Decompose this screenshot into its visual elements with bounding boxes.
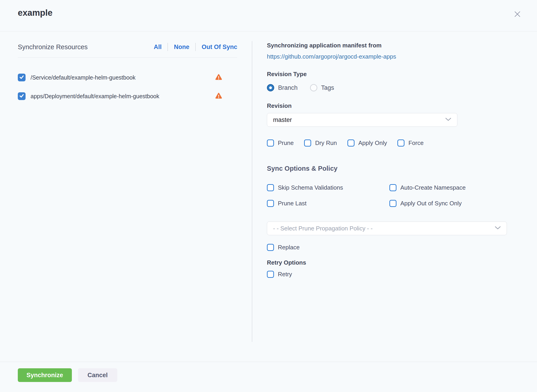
apply-only-label: Apply Only: [358, 140, 387, 147]
resource-row: apps/Deployment/default/example-helm-gue…: [18, 92, 237, 100]
retry-row: Retry: [267, 271, 531, 278]
resource-checkbox[interactable]: [18, 92, 26, 100]
apply-only-option[interactable]: Apply Only: [347, 140, 387, 147]
revision-type-label: Revision Type: [267, 71, 531, 78]
cancel-button[interactable]: Cancel: [78, 368, 118, 382]
tags-radio-label: Tags: [321, 84, 334, 91]
resources-panel: Synchronize Resources All None Out Of Sy…: [18, 32, 237, 362]
resources-heading: Synchronize Resources: [18, 43, 88, 51]
tags-radio[interactable]: [310, 84, 317, 91]
manifest-source-label: Synchronizing application manifest from: [267, 42, 531, 49]
checkmark-icon: [390, 185, 395, 191]
checkmark-icon: [268, 271, 273, 277]
sync-options-panel: Synchronizing application manifest from …: [267, 32, 537, 362]
prune-propagation-policy-placeholder: - - Select Prune Propagation Policy - -: [273, 225, 372, 232]
replace-option[interactable]: Replace: [267, 244, 531, 251]
retry-options-heading: Retry Options: [267, 259, 531, 266]
resource-checkbox[interactable]: [18, 74, 26, 81]
skip-schema-validations-label: Skip Schema Validations: [278, 184, 343, 191]
close-button[interactable]: [512, 9, 523, 20]
resource-filters: All None Out Of Sync: [154, 43, 237, 51]
chevron-down-icon: [495, 226, 501, 231]
skip-schema-validations-option[interactable]: Skip Schema Validations: [267, 184, 390, 191]
branch-radio-label: Branch: [278, 84, 298, 91]
revision-select[interactable]: master: [267, 113, 457, 127]
revision-type-group: Branch Tags: [267, 84, 531, 91]
filter-none-link[interactable]: None: [174, 43, 189, 51]
resource-status: [215, 74, 237, 81]
apply-only-checkbox[interactable]: [347, 140, 355, 147]
warning-icon: [215, 93, 222, 100]
checkmark-icon: [19, 93, 24, 99]
branch-radio[interactable]: [267, 84, 274, 91]
filter-all-link[interactable]: All: [154, 43, 162, 51]
auto-create-namespace-option[interactable]: Auto-Create Namespace: [390, 184, 531, 191]
retry-label: Retry: [278, 271, 292, 278]
prune-last-checkbox[interactable]: [267, 200, 274, 207]
checkmark-icon: [305, 140, 310, 146]
retry-checkbox[interactable]: [267, 271, 274, 278]
prune-checkbox[interactable]: [267, 140, 274, 147]
force-checkbox[interactable]: [397, 140, 404, 147]
checkmark-icon: [268, 245, 273, 251]
force-label: Force: [408, 140, 423, 147]
checkmark-icon: [268, 185, 273, 191]
synchronize-button[interactable]: Synchronize: [18, 368, 72, 382]
apply-out-of-sync-only-checkbox[interactable]: [390, 200, 396, 207]
dialog-header: example: [0, 0, 537, 32]
prune-propagation-policy-select[interactable]: - - Select Prune Propagation Policy - -: [267, 222, 507, 235]
auto-create-namespace-label: Auto-Create Namespace: [400, 184, 466, 191]
prune-label: Prune: [278, 140, 294, 147]
dialog-footer: Synchronize Cancel: [0, 362, 537, 392]
checkmark-icon: [19, 74, 24, 81]
filter-out-of-sync-link[interactable]: Out Of Sync: [202, 43, 237, 51]
dry-run-checkbox[interactable]: [304, 140, 311, 147]
dialog-content: Synchronize Resources All None Out Of Sy…: [0, 32, 537, 362]
auto-create-namespace-checkbox[interactable]: [390, 184, 396, 191]
replace-label: Replace: [278, 244, 299, 251]
checkmark-icon: [268, 201, 273, 206]
page-title: example: [18, 8, 52, 18]
warning-icon: [215, 74, 222, 81]
radio-option-tags[interactable]: Tags: [310, 84, 334, 91]
replace-row: Replace: [267, 244, 531, 251]
checkmark-icon: [348, 140, 353, 146]
filter-separator: [195, 43, 196, 51]
apply-out-of-sync-only-label: Apply Out of Sync Only: [400, 200, 462, 207]
sync-dialog: example Synchronize Resources All None O…: [0, 0, 537, 392]
revision-label: Revision: [267, 102, 531, 109]
resources-header: Synchronize Resources All None Out Of Sy…: [18, 43, 237, 58]
retry-option[interactable]: Retry: [267, 271, 531, 278]
sync-flags-row: Prune Dry Run Apply Only: [267, 140, 531, 147]
sync-options-heading: Sync Options & Policy: [267, 165, 531, 172]
revision-select-value: master: [273, 117, 292, 124]
checkmark-icon: [399, 140, 404, 146]
replace-checkbox[interactable]: [267, 244, 274, 251]
chevron-down-icon: [445, 118, 451, 122]
checkmark-icon: [390, 201, 395, 206]
resource-label: /Service/default/example-helm-guestbook: [31, 74, 215, 81]
manifest-repo-link[interactable]: https://github.com/argoproj/argocd-examp…: [267, 53, 396, 60]
prune-last-label: Prune Last: [278, 200, 307, 207]
dry-run-option[interactable]: Dry Run: [304, 140, 337, 147]
prune-option[interactable]: Prune: [267, 140, 294, 147]
skip-schema-validations-checkbox[interactable]: [267, 184, 274, 191]
filter-separator: [167, 43, 168, 51]
radio-option-branch[interactable]: Branch: [267, 84, 298, 91]
prune-last-option[interactable]: Prune Last: [267, 200, 390, 207]
sync-options-grid: Skip Schema Validations Auto-Create Name…: [267, 184, 531, 207]
dry-run-label: Dry Run: [315, 140, 337, 147]
column-divider: [252, 41, 252, 342]
close-icon: [514, 15, 521, 19]
resource-status: [215, 93, 237, 100]
apply-out-of-sync-only-option[interactable]: Apply Out of Sync Only: [390, 200, 531, 207]
resource-row: /Service/default/example-helm-guestbook: [18, 74, 237, 81]
force-option[interactable]: Force: [397, 140, 423, 147]
resource-label: apps/Deployment/default/example-helm-gue…: [31, 93, 215, 100]
checkmark-icon: [268, 140, 273, 146]
